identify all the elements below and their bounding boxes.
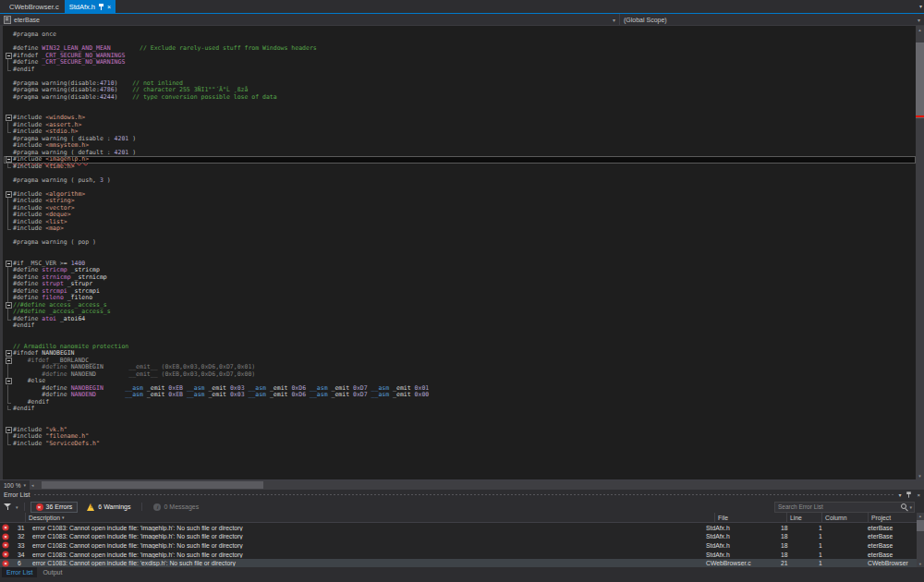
fold-collapse-icon[interactable] <box>4 156 13 164</box>
window-position-icon[interactable]: ▾ <box>898 491 901 498</box>
code-line[interactable]: #include <string> <box>4 198 916 205</box>
code-line[interactable]: #define NANOEND __emit__ (0xEB,0x03,0xD6… <box>4 371 916 379</box>
code-line[interactable]: #pragma warning(disable:4244) // type co… <box>4 94 916 102</box>
fold-collapse-icon[interactable] <box>4 115 13 122</box>
members-dropdown[interactable]: (Global Scope) ▾ <box>620 14 924 25</box>
code-line[interactable] <box>4 247 916 254</box>
file-column-header[interactable]: File <box>714 513 786 522</box>
code-line[interactable]: #define fileno _fileno <box>4 295 916 302</box>
code-line[interactable]: #include <stdio.h> <box>4 128 916 136</box>
close-icon[interactable]: × <box>107 4 111 10</box>
tab-output[interactable]: Output <box>38 567 67 577</box>
code-line[interactable]: #endif <box>4 322 916 330</box>
code-line[interactable]: #include <map> <box>4 225 916 233</box>
pin-icon[interactable] <box>98 3 104 11</box>
error-row[interactable]: ×31error C1083: Cannot open include file… <box>0 523 917 532</box>
warnings-filter-button[interactable]: 6 Warnings <box>81 502 136 513</box>
code-line[interactable]: #ifndef NANOBEGIN <box>4 350 916 358</box>
line-column-header[interactable]: Line <box>786 513 821 522</box>
drag-handle[interactable] <box>33 493 894 496</box>
scroll-down-icon[interactable]: ▾ <box>916 473 924 479</box>
code-line[interactable]: // Armadillo nanomite protection <box>4 344 916 351</box>
code-line[interactable]: //#define _access _access_s <box>4 309 916 316</box>
scrollbar-thumb[interactable] <box>917 520 924 531</box>
grid-vertical-scrollbar[interactable]: ▴ ▾ <box>917 513 924 567</box>
number-column-header[interactable] <box>13 513 25 522</box>
code-line[interactable]: #endif <box>4 399 916 406</box>
code-line[interactable]: #include <vector> <box>4 205 916 212</box>
scrollbar-thumb[interactable] <box>42 481 263 489</box>
tab-overflow-caret-icon[interactable]: ▾ <box>919 3 922 9</box>
column-column-header[interactable]: Column <box>821 513 868 522</box>
error-row[interactable]: ×34error C1083: Cannot open include file… <box>0 550 917 559</box>
code-line[interactable]: #ifndef _CRT_SECURE_NO_WARNINGS <box>4 53 916 60</box>
scrollbar-thumb[interactable] <box>916 42 924 118</box>
scroll-down-icon[interactable]: ▾ <box>917 562 924 566</box>
code-line[interactable] <box>4 336 916 344</box>
project-column-header[interactable]: Project <box>868 513 917 522</box>
search-input[interactable] <box>775 503 900 512</box>
scroll-up-icon[interactable]: ▴ <box>916 27 924 32</box>
scroll-left-icon[interactable]: ◂ <box>31 480 34 490</box>
code-line[interactable] <box>4 101 916 108</box>
error-row[interactable]: ×6error C1083: Cannot open include file:… <box>0 559 917 568</box>
code-line[interactable]: #include <assert.h> <box>4 122 916 129</box>
code-line[interactable] <box>4 108 916 115</box>
code-line[interactable]: #define _CRT_SECURE_NO_WARNINGS <box>4 59 916 67</box>
fold-collapse-icon[interactable] <box>4 302 13 309</box>
fold-collapse-icon[interactable] <box>4 427 13 434</box>
code-editor[interactable]: #pragma once#define WIN32_LEAN_AND_MEAN … <box>0 26 924 479</box>
tab-cwebbrowser[interactable]: CWebBrowser.c <box>4 0 65 13</box>
code-line[interactable] <box>4 253 916 261</box>
fold-collapse-icon[interactable] <box>4 358 13 365</box>
pin-icon[interactable] <box>906 491 912 499</box>
code-line[interactable]: #define WIN32_LEAN_AND_MEAN // Exclude r… <box>4 45 916 53</box>
code-line[interactable]: #define strnicmp _strnicmp <box>4 274 916 282</box>
code-line[interactable]: #pragma once <box>4 31 916 39</box>
close-icon[interactable]: × <box>917 492 920 498</box>
code-line[interactable]: #include <time.h> <box>4 164 916 171</box>
types-dropdown[interactable]: eterBase ▾ <box>0 14 620 25</box>
code-line[interactable]: #include <algorithm> <box>4 191 916 199</box>
code-line[interactable]: #include "ServiceDefs.h" <box>4 441 916 448</box>
code-line[interactable] <box>4 170 916 177</box>
fold-collapse-icon[interactable] <box>4 53 13 60</box>
fold-collapse-icon[interactable] <box>4 378 13 385</box>
code-line[interactable]: #if _MSC_VER >= 1400 <box>4 261 916 268</box>
code-line[interactable]: #include <deque> <box>4 212 916 219</box>
tab-stdafx[interactable]: StdAfx.h × <box>65 0 116 13</box>
chevron-down-icon[interactable]: ▾ <box>909 504 912 510</box>
code-line[interactable]: #endif <box>4 406 916 413</box>
code-line[interactable]: #include "filename.h" <box>4 433 916 441</box>
code-line[interactable]: #define strupt _strupr <box>4 281 916 288</box>
error-row[interactable]: ×32error C1083: Cannot open include file… <box>0 532 917 541</box>
messages-filter-button[interactable]: i 0 Messages <box>148 502 204 513</box>
code-line[interactable] <box>4 233 916 240</box>
code-line[interactable]: #endif <box>4 67 916 74</box>
code-line[interactable]: //#define access _access_s <box>4 302 916 309</box>
code-line[interactable]: #pragma warning ( default : 4201 ) <box>4 150 916 157</box>
code-line[interactable]: #include "vk.h" <box>4 427 916 434</box>
code-line[interactable]: #include <mmsystem.h> <box>4 142 916 150</box>
description-column-header[interactable]: Description ▾ <box>25 513 714 522</box>
code-area[interactable]: #pragma once#define WIN32_LEAN_AND_MEAN … <box>4 31 916 447</box>
tab-error-list[interactable]: Error List <box>2 567 37 577</box>
code-line[interactable]: #include <imagehlp.h> <box>4 156 916 164</box>
scroll-up-icon[interactable]: ▴ <box>917 514 924 518</box>
search-icon[interactable] <box>900 503 908 511</box>
error-row[interactable]: ×33error C1083: Cannot open include file… <box>0 541 917 551</box>
code-line[interactable]: #define atoi _atoi64 <box>4 316 916 323</box>
code-line[interactable]: #include <windows.h> <box>4 115 916 122</box>
zoom-control[interactable]: 100 % ▾ <box>0 480 30 490</box>
error-marker[interactable] <box>916 115 924 117</box>
filter-icon[interactable] <box>4 503 12 511</box>
chevron-down-icon[interactable]: ▾ <box>16 504 18 510</box>
code-line[interactable]: #define stricmp _stricmp <box>4 267 916 274</box>
code-line[interactable] <box>4 330 916 337</box>
code-line[interactable]: #pragma warning ( pop ) <box>4 239 916 247</box>
code-line[interactable] <box>4 413 916 420</box>
code-line[interactable]: #define strcmpi _strcmpi <box>4 288 916 296</box>
code-line[interactable]: #define NANOEND __asm _emit 0xEB __asm _… <box>4 392 916 399</box>
errors-filter-button[interactable]: × 36 Errors <box>30 502 79 513</box>
icon-column-header[interactable] <box>0 513 13 522</box>
